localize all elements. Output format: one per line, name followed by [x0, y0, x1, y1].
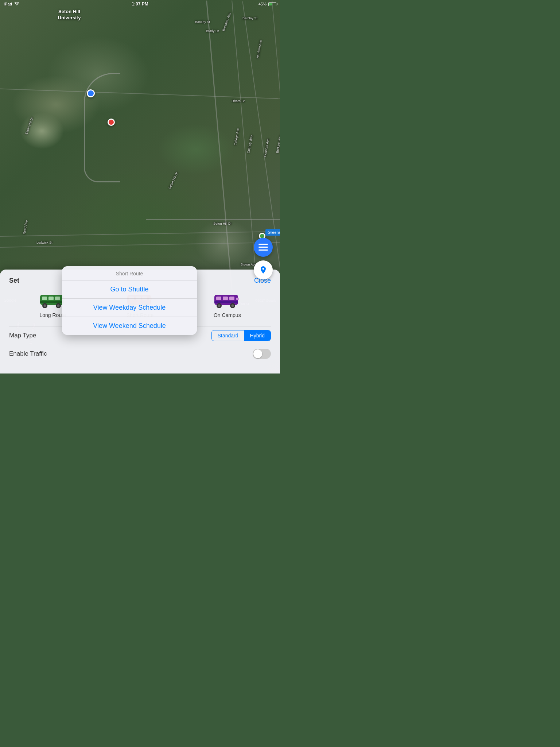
time-display: 1:07 PM	[132, 1, 148, 7]
go-to-shuttle-button[interactable]: Go to Shuttle	[62, 280, 197, 299]
on-campus-label: On Campus	[214, 312, 241, 318]
status-bar: iPad 1:07 PM 45%	[0, 0, 280, 8]
location-fab-button[interactable]	[254, 260, 273, 279]
view-weekend-schedule-button[interactable]: View Weekend Schedule	[62, 317, 197, 335]
battery-icon	[268, 2, 276, 6]
hybrid-button[interactable]: Hybrid	[244, 330, 271, 341]
menu-icon	[258, 244, 268, 251]
battery-percent: 45%	[258, 2, 267, 6]
map-type-segmented-control: Standard Hybrid	[211, 330, 271, 341]
map-type-label: Map Type	[9, 332, 36, 339]
svg-point-8	[43, 305, 46, 307]
on-campus-item[interactable]: On Campus	[213, 291, 242, 318]
status-right: 45%	[258, 2, 276, 6]
marker-red[interactable]	[108, 119, 115, 126]
traffic-row: Enable Traffic	[9, 345, 271, 363]
standard-button[interactable]: Standard	[212, 330, 244, 341]
traffic-label: Enable Traffic	[9, 350, 47, 357]
svg-rect-34	[258, 249, 268, 251]
device-name: iPad	[4, 2, 12, 6]
greensburg-label: Greensburg	[265, 229, 280, 236]
wifi-icon	[14, 2, 19, 6]
svg-rect-26	[214, 301, 238, 303]
svg-rect-32	[258, 244, 268, 245]
menu-fab-button[interactable]	[254, 238, 273, 257]
view-weekday-schedule-button[interactable]: View Weekday Schedule	[62, 299, 197, 317]
svg-rect-31	[236, 298, 239, 300]
svg-rect-4	[48, 297, 54, 300]
svg-rect-23	[216, 297, 221, 300]
svg-rect-3	[42, 297, 47, 300]
svg-rect-33	[258, 247, 268, 248]
settings-title: Set	[9, 277, 19, 285]
popup-title: Short Route	[62, 266, 197, 280]
greensburg-text: Greensburg	[268, 230, 280, 235]
svg-point-28	[218, 305, 221, 307]
svg-point-10	[57, 305, 59, 307]
svg-rect-25	[229, 297, 234, 300]
marker-blue[interactable]	[87, 89, 95, 97]
popup-callout: Short Route Go to Shuttle View Weekday S…	[62, 266, 197, 335]
svg-rect-6	[40, 301, 64, 303]
location-icon	[259, 266, 268, 274]
on-campus-bus-icon	[213, 291, 242, 309]
traffic-toggle[interactable]	[253, 349, 271, 359]
svg-rect-5	[55, 297, 60, 300]
status-left: iPad	[4, 2, 19, 6]
svg-point-30	[232, 305, 234, 307]
svg-rect-24	[223, 297, 228, 300]
